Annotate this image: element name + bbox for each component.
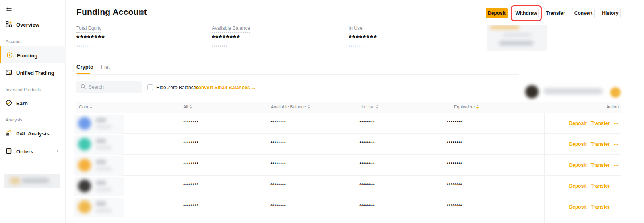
more-actions-icon[interactable]: ··· (614, 183, 619, 189)
history-button[interactable]: History (600, 8, 621, 18)
row-actions: Deposit Transfer ··· (569, 121, 619, 126)
row-deposit-link[interactable]: Deposit (569, 162, 587, 168)
available-value: ******** (270, 162, 286, 166)
blurred-coin-subtitle (96, 125, 112, 129)
available-value: ******** (270, 182, 286, 187)
sidebar-item-overview[interactable]: Overview (6, 21, 39, 29)
sidebar-section-invested-products: Invested Products (6, 87, 41, 92)
in-use-label: In Use (349, 25, 363, 32)
search-box[interactable] (76, 81, 142, 93)
equivalent-value: ******** (447, 141, 462, 145)
hide-balance-eye-off-icon[interactable] (138, 10, 145, 18)
withdraw-button[interactable]: Withdraw (514, 8, 539, 18)
available-balance-label: Available Balance (212, 25, 250, 33)
coin-icon (78, 200, 91, 213)
funding-target-icon (6, 52, 13, 59)
sidebar-item-orders[interactable]: Orders (6, 148, 33, 155)
available-value: ******** (270, 120, 286, 125)
row-transfer-link[interactable]: Transfer (591, 204, 610, 210)
row-transfer-link[interactable]: Transfer (591, 162, 610, 168)
sidebar-item-label: Funding (17, 53, 37, 59)
column-label: Available Balance (271, 104, 306, 109)
blurred-coin-name (96, 139, 106, 143)
in-use-value: ******** (359, 141, 375, 145)
row-deposit-link[interactable]: Deposit (569, 121, 587, 126)
orders-chevron-icon[interactable]: › (57, 148, 58, 153)
available-value: ******** (270, 141, 286, 145)
blurred-coin-name (96, 201, 106, 206)
page-title: Funding Account (76, 7, 147, 17)
blurred-coin-subtitle (96, 167, 112, 171)
transfer-button[interactable]: Transfer (544, 8, 567, 18)
tab-bottom-border (76, 74, 519, 75)
sidebar: Overview Account Funding Unified Trading… (0, 0, 66, 223)
sidebar-item-label: Unified Trading (16, 70, 54, 76)
blurred-text-line (543, 88, 603, 94)
column-header-coin[interactable]: Coin (79, 104, 92, 109)
blurred-gray-line (503, 33, 531, 37)
deposit-button[interactable]: Deposit (486, 8, 508, 18)
in-use-value: ******** (359, 203, 375, 208)
row-deposit-link[interactable]: Deposit (569, 141, 587, 147)
row-transfer-link[interactable]: Transfer (591, 141, 610, 147)
all-value: ******** (183, 162, 198, 166)
sidebar-item-label: Earn (16, 100, 28, 106)
table-header-row: Coin All Available Balance In Use Equiva… (76, 102, 621, 113)
more-actions-icon[interactable]: ··· (614, 204, 619, 210)
equivalent-value: ******** (447, 182, 462, 187)
equivalent-value: ******** (447, 120, 462, 125)
sidebar-item-pnl-analysis[interactable]: P&L Analysis (6, 130, 49, 137)
blurred-coin-name (96, 180, 106, 185)
total-equity-sub: ******** (76, 45, 92, 49)
earn-icon (6, 100, 12, 107)
blurred-orange-badge (610, 87, 621, 98)
blurred-coin-subtitle (96, 188, 112, 192)
sidebar-section-analysis: Analysis (6, 117, 22, 122)
hide-zero-balances-checkbox[interactable] (147, 84, 153, 90)
table-row: ******** ******** ******** ******** Depo… (76, 113, 621, 134)
in-use-value: ******** (349, 34, 377, 43)
more-actions-icon[interactable]: ··· (614, 141, 619, 147)
orders-document-icon (6, 148, 12, 155)
row-transfer-link[interactable]: Transfer (591, 121, 610, 126)
table-row: ******** ******** ******** ******** Depo… (76, 155, 621, 176)
action-column-divider (544, 113, 545, 223)
tab-fiat[interactable]: Fiat (101, 64, 110, 70)
total-equity-value: ******** (76, 34, 105, 43)
column-label: Equivalent (454, 104, 475, 109)
more-actions-icon[interactable]: ··· (614, 121, 619, 126)
column-header-equivalent[interactable]: Equivalent (454, 104, 479, 109)
sidebar-item-earn[interactable]: Earn (6, 100, 28, 107)
search-input[interactable] (89, 84, 133, 90)
tab-crypto[interactable]: Crypto (76, 64, 93, 70)
column-header-in-use[interactable]: In Use (361, 104, 378, 109)
all-value: ******** (183, 120, 198, 125)
row-deposit-link[interactable]: Deposit (569, 183, 587, 189)
sort-icon (308, 105, 310, 109)
sort-icon-active-desc (476, 105, 479, 109)
sidebar-item-funding[interactable]: Funding (6, 52, 37, 59)
blurred-gray-line (499, 41, 533, 45)
more-actions-icon[interactable]: ··· (614, 162, 619, 168)
unified-trading-icon (6, 69, 12, 77)
column-header-all[interactable]: All (183, 104, 192, 109)
row-deposit-link[interactable]: Deposit (569, 204, 587, 210)
sidebar-section-account: Account (6, 39, 22, 44)
coin-icon (78, 180, 91, 192)
convert-small-balances-link[interactable]: Convert Small Balances → (195, 85, 256, 90)
blurred-coin-name (96, 118, 106, 123)
sidebar-item-unified-trading[interactable]: Unified Trading (6, 69, 54, 77)
overview-grid-icon (6, 21, 12, 29)
convert-button[interactable]: Convert (572, 8, 595, 18)
blurred-orange-blob (10, 178, 20, 184)
all-value: ******** (183, 141, 198, 145)
blurred-avatar (525, 85, 539, 98)
column-label: In Use (361, 104, 374, 109)
collapse-sidebar-icon[interactable] (6, 6, 12, 15)
column-header-available-balance[interactable]: Available Balance (271, 104, 310, 109)
available-balance-value: ******** (212, 34, 240, 43)
row-transfer-link[interactable]: Transfer (591, 183, 610, 189)
sidebar-item-label: P&L Analysis (16, 131, 49, 137)
row-actions: Deposit Transfer ··· (569, 204, 619, 210)
blurred-coin-subtitle (96, 146, 112, 150)
